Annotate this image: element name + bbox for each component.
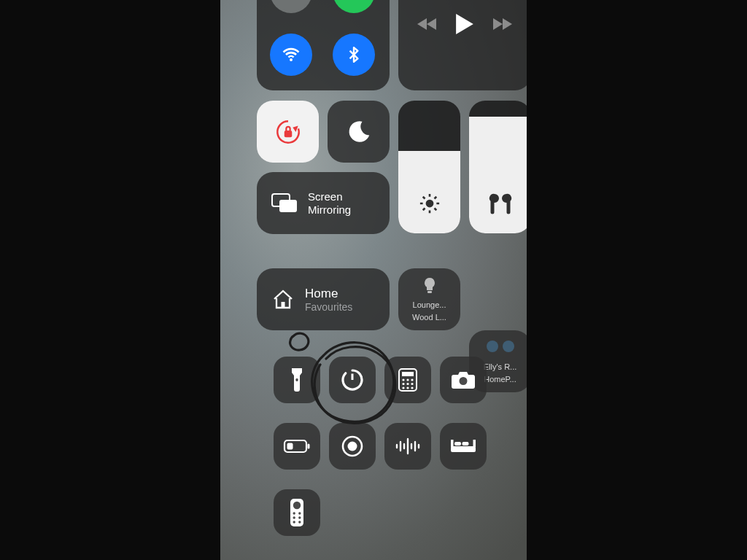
screen-mirroring-button[interactable]: Screen Mirroring (257, 172, 390, 234)
sleep-button[interactable] (440, 423, 487, 470)
bluetooth-icon (344, 45, 363, 64)
sleep-icon (450, 438, 476, 455)
flashlight-button[interactable] (274, 357, 320, 403)
camera-icon (451, 370, 476, 389)
home-tile-lounge-line1: Lounge... (413, 300, 446, 311)
home-tile-ellys-line2: HomeP... (484, 375, 516, 385)
svg-rect-14 (282, 302, 285, 308)
apple-tv-remote-icon (290, 498, 304, 527)
control-center-screen: Screen Mirroring Home Favourites Lounge.… (220, 0, 527, 560)
home-icon (271, 289, 295, 311)
lightbulb-icon (422, 277, 438, 296)
home-subtitle: Favourites (305, 301, 352, 313)
airpods-icon (488, 192, 513, 217)
calculator-icon (398, 368, 417, 392)
svg-point-53 (293, 521, 295, 523)
svg-rect-46 (462, 442, 469, 446)
timer-icon (341, 368, 364, 392)
svg-point-49 (293, 512, 295, 514)
do-not-disturb-icon (346, 119, 372, 145)
svg-line-11 (422, 209, 425, 211)
svg-point-29 (460, 377, 468, 385)
timer-button[interactable] (329, 357, 376, 403)
svg-rect-19 (402, 372, 414, 376)
svg-point-3 (425, 200, 433, 208)
rewind-icon[interactable] (417, 17, 438, 31)
home-tile-ellys-line1: Elly's R... (484, 362, 517, 373)
screen-record-icon (341, 435, 364, 458)
voice-memo-button[interactable] (384, 423, 431, 470)
home-tile-lounge-line2: Wood L... (412, 313, 446, 323)
svg-rect-2 (284, 130, 292, 136)
do-not-disturb-toggle[interactable] (328, 101, 390, 163)
svg-point-54 (298, 521, 301, 523)
calculator-button[interactable] (384, 357, 431, 403)
svg-point-23 (402, 383, 404, 385)
svg-point-27 (406, 386, 409, 389)
svg-rect-42 (451, 446, 476, 452)
svg-rect-31 (287, 443, 293, 450)
svg-rect-15 (427, 291, 432, 293)
flashlight-icon (290, 368, 304, 392)
brightness-slider[interactable] (398, 101, 460, 233)
svg-point-1 (290, 58, 293, 61)
low-power-icon (284, 439, 310, 454)
cellular-icon (344, 0, 363, 1)
svg-rect-45 (454, 442, 461, 446)
screen-mirroring-label: Screen Mirroring (308, 190, 351, 217)
svg-point-48 (293, 502, 301, 509)
media-panel[interactable] (398, 0, 527, 90)
svg-line-10 (434, 197, 436, 199)
screen-record-button[interactable] (329, 423, 376, 470)
brightness-icon (419, 192, 441, 217)
svg-point-34 (348, 442, 357, 451)
svg-rect-43 (451, 440, 454, 447)
play-icon[interactable] (455, 14, 474, 34)
airplane-mode-toggle[interactable] (270, 0, 312, 13)
svg-line-8 (422, 197, 425, 199)
volume-slider[interactable] (469, 101, 527, 233)
svg-point-24 (406, 383, 409, 385)
svg-point-52 (298, 516, 301, 518)
homepod-pair-icon (487, 341, 514, 352)
svg-point-20 (402, 378, 404, 381)
home-button[interactable]: Home Favourites (257, 268, 390, 330)
airplane-icon (282, 0, 301, 1)
low-power-button[interactable] (274, 423, 320, 470)
screen-mirroring-icon (271, 193, 298, 214)
rotation-lock-toggle[interactable] (257, 101, 319, 163)
voice-memo-icon (395, 438, 421, 455)
svg-point-51 (293, 516, 295, 518)
svg-rect-13 (279, 200, 297, 212)
wifi-icon (281, 44, 301, 65)
svg-rect-16 (295, 378, 298, 381)
svg-point-21 (406, 378, 409, 381)
rotation-lock-icon (273, 117, 303, 147)
svg-point-25 (411, 383, 413, 385)
svg-point-26 (402, 386, 404, 389)
svg-rect-44 (473, 440, 476, 447)
forward-icon[interactable] (492, 17, 512, 31)
svg-point-22 (411, 378, 413, 381)
home-tile-lounge[interactable]: Lounge... Wood L... (398, 268, 460, 330)
home-title: Home (305, 287, 352, 301)
bluetooth-toggle[interactable] (333, 34, 375, 76)
camera-button[interactable] (440, 357, 487, 403)
svg-rect-32 (308, 444, 310, 449)
apple-tv-remote-button[interactable] (274, 489, 320, 536)
svg-point-50 (298, 512, 301, 514)
svg-rect-28 (411, 386, 413, 389)
wifi-toggle[interactable] (270, 34, 312, 76)
connectivity-panel[interactable] (257, 0, 390, 90)
cellular-data-toggle[interactable] (333, 0, 375, 13)
svg-line-9 (434, 209, 436, 211)
